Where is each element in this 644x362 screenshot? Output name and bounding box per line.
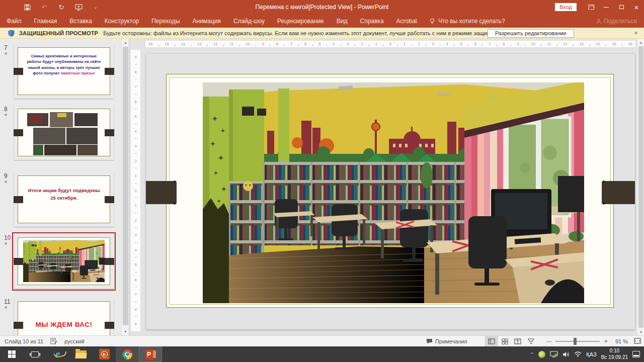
volume-icon[interactable] xyxy=(562,351,570,357)
slide-8-thumbnail[interactable] xyxy=(14,106,114,160)
media-player-button[interactable] xyxy=(93,346,116,362)
chrome-icon xyxy=(122,349,132,359)
slide-7-thumbnail[interactable]: Самые креативные и интересные работы буд… xyxy=(14,44,114,99)
horizontal-ruler: 1615141312111098765432101234567891011121… xyxy=(145,40,636,48)
zoom-slider-thumb[interactable] xyxy=(574,338,577,345)
close-button[interactable]: × xyxy=(629,0,644,14)
ribbon-tab-3[interactable]: Вставка xyxy=(69,18,92,25)
clock[interactable]: 0:10 Вс 19.09.21 xyxy=(601,348,628,360)
library-photo[interactable] xyxy=(203,82,584,303)
message-bar-close-icon[interactable]: × xyxy=(632,29,640,37)
keyboard-layout-indicator[interactable]: ҚАЗ xyxy=(586,351,596,357)
ribbon-tab-4[interactable]: Конструктор xyxy=(105,18,139,25)
shield-icon xyxy=(8,30,15,37)
ribbon-tab-10[interactable]: Справка xyxy=(360,18,383,25)
share-button[interactable]: Поделиться xyxy=(596,18,637,25)
reading-view-button[interactable] xyxy=(511,336,524,347)
antivirus-tray-icon[interactable] xyxy=(538,351,545,358)
chrome-button[interactable] xyxy=(116,346,139,362)
quick-access-toolbar: ↶ ↻ ⌄ xyxy=(0,3,100,11)
undo-icon[interactable]: ↶ xyxy=(40,3,48,11)
zoom-percentage[interactable]: 91 % xyxy=(612,338,628,344)
display-tray-icon[interactable] xyxy=(550,351,558,357)
ribbon-tab-7[interactable]: Слайд-шоу xyxy=(233,18,265,25)
notes-button[interactable]: Примечания xyxy=(426,338,467,344)
slide-number: 9 xyxy=(4,172,8,179)
scroll-down-icon[interactable]: ▼ xyxy=(122,328,129,335)
fit-slide-button[interactable] xyxy=(634,338,641,345)
library-photo-thumbnail xyxy=(23,240,105,282)
lightbulb-icon xyxy=(429,18,435,24)
thumbnail-slide-8: 8 ★ xyxy=(0,106,121,160)
powerpoint-icon: P xyxy=(145,349,156,359)
ribbon-tab-9[interactable]: Вид xyxy=(337,18,348,25)
sign-in-button[interactable]: Вход xyxy=(555,3,577,11)
minimize-icon xyxy=(604,7,609,8)
ribbon-display-options-button[interactable] xyxy=(584,0,599,14)
slide-9-thumbnail[interactable]: Итоги акции будут подведены 25 октября. xyxy=(14,172,114,227)
slide-number: 11 xyxy=(4,298,10,305)
protected-view-message: Будьте осторожны: файлы из Интернета мог… xyxy=(103,30,539,36)
start-slideshow-icon[interactable] xyxy=(74,3,83,11)
frame-clip-left xyxy=(146,181,177,204)
slide-editor: 1615141312111098765432101234567891011121… xyxy=(129,39,644,335)
ribbon-tab-8[interactable]: Рецензирование xyxy=(277,18,324,25)
frame-clip xyxy=(105,196,114,203)
ribbon-tab-6[interactable]: Анимация xyxy=(193,18,221,25)
redo-icon[interactable]: ↻ xyxy=(57,3,65,11)
thumbnail-slide-10-selected: 10 ★ xyxy=(0,234,121,289)
scrollbar-thumb[interactable] xyxy=(123,47,128,325)
system-tray: ⌃ ҚАЗ 0:10 Вс 19.09.21 xyxy=(530,346,644,362)
frame-clip xyxy=(14,196,23,203)
vertical-ruler: 9876543210123456789 xyxy=(130,49,141,332)
powerpoint-button[interactable]: P xyxy=(139,346,162,362)
zoom-in-icon[interactable]: + xyxy=(604,338,608,344)
animation-star-icon: ★ xyxy=(4,51,8,56)
restore-button[interactable] xyxy=(614,0,629,14)
zoom-out-icon[interactable]: — xyxy=(546,339,551,344)
slide-11-thumbnail[interactable]: МЫ ЖДЕМ ВАС! xyxy=(14,298,114,335)
scroll-up-icon[interactable]: ▲ xyxy=(122,39,129,46)
canvas-scrollbar[interactable]: ▲ ▼ xyxy=(637,39,644,335)
language-indicator[interactable]: русский xyxy=(64,338,84,344)
hidden-icons-chevron[interactable]: ⌃ xyxy=(530,352,534,357)
animation-star-icon: ★ xyxy=(4,179,8,184)
ribbon-tab-2[interactable]: Главная xyxy=(34,18,57,25)
media-player-icon xyxy=(99,349,110,359)
slideshow-view-button[interactable] xyxy=(524,336,537,347)
save-icon[interactable] xyxy=(23,3,31,11)
tray-time: 0:10 xyxy=(601,348,628,354)
slide-10-thumbnail[interactable] xyxy=(14,234,114,289)
ribbon-tab-5[interactable]: Переходы xyxy=(151,18,180,25)
ribbon-tab-1[interactable]: Файл xyxy=(7,18,22,25)
frame-clip xyxy=(105,258,114,265)
scroll-down-icon[interactable]: ▼ xyxy=(637,328,644,335)
slide-10-editing-area[interactable] xyxy=(146,54,635,329)
ribbon-tab-11[interactable]: Acrobat xyxy=(396,18,417,25)
scrollbar-thumb[interactable] xyxy=(638,46,643,328)
slide-counter: Слайд 10 из 11 xyxy=(5,338,43,344)
customize-qat-icon[interactable]: ⌄ xyxy=(92,3,100,11)
wifi-icon[interactable] xyxy=(574,351,582,357)
normal-view-button[interactable] xyxy=(485,336,498,347)
slide-sorter-view-button[interactable] xyxy=(498,336,511,347)
task-view-button[interactable] xyxy=(23,346,46,362)
animation-star-icon: ★ xyxy=(4,241,8,246)
windows-logo-icon xyxy=(8,350,16,358)
internet-explorer-button[interactable]: e xyxy=(46,346,69,362)
thumbnail-slide-7: 7 ★ Самые креативные и интересные работы… xyxy=(0,44,121,99)
start-button[interactable] xyxy=(0,346,23,362)
spell-check-icon[interactable] xyxy=(50,338,57,344)
ribbon-display-icon xyxy=(588,5,594,10)
thumbnail-slide-11: 11 ★ МЫ ЖДЕМ ВАС! xyxy=(0,298,121,335)
action-center-icon[interactable] xyxy=(632,351,640,357)
file-explorer-icon xyxy=(75,350,87,358)
tell-me-box[interactable]: Что вы хотите сделать? xyxy=(429,18,505,25)
thumbnail-scrollbar[interactable]: ▲ ▼ xyxy=(121,39,129,335)
scroll-up-icon[interactable]: ▲ xyxy=(637,39,644,46)
file-explorer-button[interactable] xyxy=(69,346,93,362)
minimize-button[interactable] xyxy=(599,0,614,14)
enable-editing-button[interactable]: Разрешить редактирование xyxy=(488,29,574,38)
zoom-slider[interactable] xyxy=(555,341,600,342)
frame-clip xyxy=(105,68,114,75)
